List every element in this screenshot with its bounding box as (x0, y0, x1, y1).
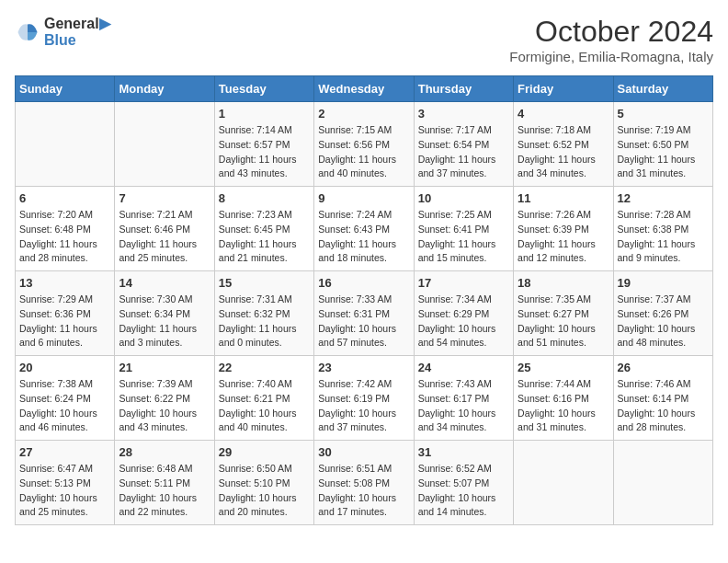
day-info: Sunrise: 7:33 AMSunset: 6:31 PMDaylight:… (318, 293, 409, 350)
day-info: Sunrise: 7:20 AMSunset: 6:48 PMDaylight:… (19, 208, 110, 266)
header-saturday: Saturday (613, 76, 712, 102)
day-info: Sunrise: 7:28 AMSunset: 6:38 PMDaylight:… (618, 208, 709, 266)
day-number: 29 (219, 445, 310, 459)
day-number: 21 (119, 361, 210, 374)
day-info: Sunrise: 7:30 AMSunset: 6:34 PMDaylight:… (119, 293, 210, 350)
day-number: 28 (119, 445, 210, 459)
logo-icon (15, 19, 40, 45)
week-row: 20Sunrise: 7:38 AMSunset: 6:24 PMDayligh… (16, 356, 713, 441)
header-monday: Monday (115, 76, 214, 102)
day-number: 11 (518, 191, 609, 205)
day-number: 8 (219, 191, 310, 205)
day-info: Sunrise: 7:40 AMSunset: 6:21 PMDaylight:… (219, 377, 310, 435)
day-number: 5 (618, 107, 709, 121)
day-info: Sunrise: 7:21 AMSunset: 6:46 PMDaylight:… (119, 208, 210, 266)
calendar-cell (514, 441, 613, 525)
day-info: Sunrise: 7:15 AMSunset: 6:56 PMDaylight:… (318, 123, 409, 181)
day-number: 15 (219, 276, 310, 290)
day-info: Sunrise: 7:31 AMSunset: 6:32 PMDaylight:… (219, 293, 310, 350)
month-title: October 2024 (509, 15, 713, 49)
day-info: Sunrise: 7:44 AMSunset: 6:16 PMDaylight:… (518, 377, 609, 435)
calendar-cell: 11Sunrise: 7:26 AMSunset: 6:39 PMDayligh… (514, 187, 613, 271)
day-number: 30 (318, 445, 409, 459)
day-number: 24 (418, 361, 509, 374)
day-info: Sunrise: 7:26 AMSunset: 6:39 PMDaylight:… (518, 208, 609, 266)
day-info: Sunrise: 6:51 AMSunset: 5:08 PMDaylight:… (318, 462, 409, 520)
day-info: Sunrise: 6:47 AMSunset: 5:13 PMDaylight:… (19, 462, 110, 520)
day-info: Sunrise: 7:29 AMSunset: 6:36 PMDaylight:… (19, 293, 110, 350)
calendar-cell: 13Sunrise: 7:29 AMSunset: 6:36 PMDayligh… (16, 271, 115, 356)
day-info: Sunrise: 7:42 AMSunset: 6:19 PMDaylight:… (318, 377, 409, 435)
day-number: 19 (618, 276, 709, 290)
day-number: 6 (19, 191, 110, 205)
day-info: Sunrise: 7:35 AMSunset: 6:27 PMDaylight:… (518, 293, 609, 350)
day-info: Sunrise: 7:24 AMSunset: 6:43 PMDaylight:… (318, 208, 409, 266)
day-info: Sunrise: 7:14 AMSunset: 6:57 PMDaylight:… (219, 123, 310, 181)
day-number: 23 (318, 361, 409, 374)
calendar-cell: 12Sunrise: 7:28 AMSunset: 6:38 PMDayligh… (613, 187, 712, 271)
week-row: 13Sunrise: 7:29 AMSunset: 6:36 PMDayligh… (16, 271, 713, 356)
title-block: October 2024 Formigine, Emilia-Romagna, … (509, 15, 713, 64)
calendar-cell: 23Sunrise: 7:42 AMSunset: 6:19 PMDayligh… (314, 356, 414, 441)
day-number: 2 (318, 107, 409, 121)
calendar-cell: 17Sunrise: 7:34 AMSunset: 6:29 PMDayligh… (414, 271, 513, 356)
calendar-table: SundayMondayTuesdayWednesdayThursdayFrid… (15, 75, 713, 525)
header-sunday: Sunday (16, 76, 115, 102)
day-number: 14 (119, 276, 210, 290)
calendar-cell: 1Sunrise: 7:14 AMSunset: 6:57 PMDaylight… (214, 102, 313, 187)
day-info: Sunrise: 7:34 AMSunset: 6:29 PMDaylight:… (418, 293, 509, 350)
calendar-cell: 28Sunrise: 6:48 AMSunset: 5:11 PMDayligh… (115, 441, 214, 525)
week-row: 1Sunrise: 7:14 AMSunset: 6:57 PMDaylight… (16, 102, 713, 187)
day-number: 27 (19, 445, 110, 459)
calendar-cell: 4Sunrise: 7:18 AMSunset: 6:52 PMDaylight… (514, 102, 613, 187)
day-number: 16 (318, 276, 409, 290)
day-number: 20 (19, 361, 110, 374)
day-info: Sunrise: 7:43 AMSunset: 6:17 PMDaylight:… (418, 377, 509, 435)
day-number: 17 (418, 276, 509, 290)
day-number: 22 (219, 361, 310, 374)
day-number: 25 (518, 361, 609, 374)
calendar-cell: 6Sunrise: 7:20 AMSunset: 6:48 PMDaylight… (16, 187, 115, 271)
day-info: Sunrise: 6:52 AMSunset: 5:07 PMDaylight:… (418, 462, 509, 520)
day-info: Sunrise: 7:38 AMSunset: 6:24 PMDaylight:… (19, 377, 110, 435)
header-wednesday: Wednesday (314, 76, 414, 102)
calendar-cell: 10Sunrise: 7:25 AMSunset: 6:41 PMDayligh… (414, 187, 513, 271)
week-row: 6Sunrise: 7:20 AMSunset: 6:48 PMDaylight… (16, 187, 713, 271)
calendar-cell: 26Sunrise: 7:46 AMSunset: 6:14 PMDayligh… (613, 356, 712, 441)
calendar-cell: 2Sunrise: 7:15 AMSunset: 6:56 PMDaylight… (314, 102, 414, 187)
day-info: Sunrise: 7:19 AMSunset: 6:50 PMDaylight:… (618, 123, 709, 181)
calendar-cell: 21Sunrise: 7:39 AMSunset: 6:22 PMDayligh… (115, 356, 214, 441)
calendar-cell: 22Sunrise: 7:40 AMSunset: 6:21 PMDayligh… (214, 356, 313, 441)
calendar-cell: 8Sunrise: 7:23 AMSunset: 6:45 PMDaylight… (214, 187, 313, 271)
day-info: Sunrise: 7:25 AMSunset: 6:41 PMDaylight:… (418, 208, 509, 266)
calendar-cell (16, 102, 115, 187)
calendar-cell: 14Sunrise: 7:30 AMSunset: 6:34 PMDayligh… (115, 271, 214, 356)
header-friday: Friday (514, 76, 613, 102)
calendar-cell (613, 441, 712, 525)
calendar-cell: 27Sunrise: 6:47 AMSunset: 5:13 PMDayligh… (16, 441, 115, 525)
day-number: 3 (418, 107, 509, 121)
day-number: 7 (119, 191, 210, 205)
day-number: 9 (318, 191, 409, 205)
day-info: Sunrise: 6:50 AMSunset: 5:10 PMDaylight:… (219, 462, 310, 520)
day-number: 18 (518, 276, 609, 290)
day-info: Sunrise: 6:48 AMSunset: 5:11 PMDaylight:… (119, 462, 210, 520)
day-info: Sunrise: 7:18 AMSunset: 6:52 PMDaylight:… (518, 123, 609, 181)
logo: General▶ Blue (15, 15, 110, 49)
day-number: 26 (618, 361, 709, 374)
day-number: 4 (518, 107, 609, 121)
calendar-cell: 30Sunrise: 6:51 AMSunset: 5:08 PMDayligh… (314, 441, 414, 525)
calendar-cell: 9Sunrise: 7:24 AMSunset: 6:43 PMDaylight… (314, 187, 414, 271)
page-header: General▶ Blue October 2024 Formigine, Em… (15, 15, 713, 64)
day-number: 31 (418, 445, 509, 459)
calendar-cell: 31Sunrise: 6:52 AMSunset: 5:07 PMDayligh… (414, 441, 513, 525)
calendar-cell: 29Sunrise: 6:50 AMSunset: 5:10 PMDayligh… (214, 441, 313, 525)
day-number: 13 (19, 276, 110, 290)
day-info: Sunrise: 7:23 AMSunset: 6:45 PMDaylight:… (219, 208, 310, 266)
calendar-cell: 24Sunrise: 7:43 AMSunset: 6:17 PMDayligh… (414, 356, 513, 441)
day-info: Sunrise: 7:17 AMSunset: 6:54 PMDaylight:… (418, 123, 509, 181)
header-row: SundayMondayTuesdayWednesdayThursdayFrid… (16, 76, 713, 102)
day-info: Sunrise: 7:39 AMSunset: 6:22 PMDaylight:… (119, 377, 210, 435)
calendar-cell (115, 102, 214, 187)
calendar-cell: 15Sunrise: 7:31 AMSunset: 6:32 PMDayligh… (214, 271, 313, 356)
